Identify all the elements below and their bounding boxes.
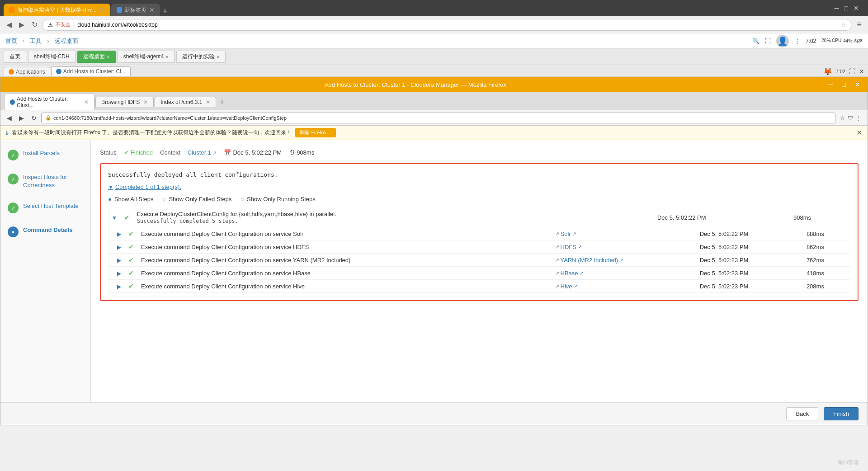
applications-favicon [9,69,14,75]
win-minimize[interactable]: ─ [826,80,836,89]
firefox-tab-index[interactable]: Index of /cm6.3.1 ✕ [155,97,216,107]
firefox-title-bar: Add Hosts to Cluster: Cluster 1 - Cloude… [0,77,868,92]
maximize-icon[interactable]: □ [844,5,848,12]
firefox-new-tab[interactable]: + [217,97,226,107]
sub-step-date-3: Dec 5, 5:02:23 PM [696,267,803,280]
sub-step-link-3[interactable]: ↗ HBase ↗ [555,270,693,277]
outer-tab-cdh[interactable]: shell终端-CDH [28,51,75,63]
outer-tab-cdh-label: shell终端-CDH [34,53,70,61]
outer-tab-remote[interactable]: 远程桌面 × [77,51,116,63]
not-secure-label: 不安全 [56,21,71,28]
filter-all[interactable]: ● Show All Steps [108,196,154,203]
outer-tab-home[interactable]: 首页 [4,51,26,63]
back-button[interactable]: Back [786,407,818,420]
browser-tab-2[interactable]: 新标签页 ✕ [111,4,160,16]
filter-failed[interactable]: ○ Show Only Failed Steps [163,196,232,203]
firefox-bookmark-icon[interactable]: ☆ [840,115,845,121]
wizard-step-install-parcels[interactable]: ✓ Install Parcels [8,149,83,160]
firefox-tab-add-hosts[interactable]: Add Hosts to Cluster: Clust... ✕ [4,94,94,110]
outer-tab-running[interactable]: 运行中的实验 × [176,51,226,63]
outer-tab-agent4[interactable]: shell终端-agent4 × [118,51,175,63]
nav-home[interactable]: 首页 [5,37,17,45]
app-tab-applications[interactable]: Applications [4,67,50,76]
ext-link-icon-2: ↗ [555,257,559,263]
nav-sep2: › [47,38,49,44]
sub-step-link-0[interactable]: ↗ Solr ↗ [555,231,693,237]
completed-link[interactable]: ▼ Completed 1 of 1 step(s). [108,184,850,190]
resize-icon[interactable]: ⛶ [849,68,855,75]
context-link[interactable]: Cluster 1 ↗ [188,149,217,156]
nav-tools[interactable]: 工具 [30,37,42,45]
firefox-more-icon[interactable]: ⋮ [856,115,861,121]
sub-step-expand-0[interactable]: ▶ [117,231,121,237]
browser-nav-bar: ◀ ▶ ↻ ⚠ 不安全 | ☆ ≡ [0,16,868,33]
firefox-reload[interactable]: ↻ [28,113,39,123]
running-tab-close[interactable]: × [217,54,220,60]
close-window-icon[interactable]: ✕ [859,68,864,75]
firefox-icon[interactable]: 🦊 [823,67,832,76]
step3-icon: ✓ [8,203,19,213]
forward-button[interactable]: ▶ [16,19,27,31]
date-value: Dec 5, 5:02:22 PM [233,149,282,156]
search-icon[interactable]: 🔍 [752,38,760,44]
firefox-back[interactable]: ◀ [4,113,14,123]
finish-button[interactable]: Finish [824,407,859,420]
expand-icon[interactable]: ⛶ [765,38,771,44]
url-input[interactable] [77,22,839,28]
ext-link-icon2-2: ↗ [619,257,623,263]
sub-step-expand-1[interactable]: ▶ [117,244,121,250]
firefox-shield-icon[interactable]: 🛡 [848,115,853,121]
app-tab-add-hosts[interactable]: Add Hosts to Cluster: Cl... [51,66,131,76]
bookmark-icon[interactable]: ☆ [841,22,846,28]
main-step-duration: 908ms [790,208,850,227]
firefox-tab2-close[interactable]: ✕ [143,99,148,105]
wizard-step-host-template[interactable]: ✓ Select Host Template [8,202,83,213]
wizard-step-inspect-hosts[interactable]: ✓ Inspect Hosts for Correctness [8,173,83,189]
completed-row: ▼ Completed 1 of 1 step(s). [108,184,850,190]
firefox-tab2-label: Browsing HDFS [101,99,140,105]
reload-button[interactable]: ↻ [29,19,40,31]
sub-step-link-2[interactable]: ↗ YARN (MR2 Included) ↗ [555,257,693,264]
firefox-tab-hdfs[interactable]: Browsing HDFS ✕ [95,97,154,107]
sub-step-row-4: ▶ ✔ Execute command Deploy Client Config… [108,280,850,293]
remote-tab-close[interactable]: × [107,54,110,60]
main-step-expand[interactable]: ▼ [112,215,117,221]
wizard-step-command-details[interactable]: ● Command Details [8,226,83,237]
sub-step-date-1: Dec 5, 5:02:22 PM [696,240,803,254]
minimize-icon[interactable]: ─ [835,5,839,12]
notification-close[interactable]: ✕ [856,128,862,137]
browser-tab-1[interactable]: 海沛部落实验室 | 大数据学习云... ✕ [4,4,110,16]
win-maximize[interactable]: □ [840,80,849,89]
sub-step-expand-2[interactable]: ▶ [117,257,121,264]
back-button[interactable]: ◀ [4,19,14,31]
more-menu-icon[interactable]: ⋮ [794,38,800,44]
sub-step-duration-2: 762ms [803,254,850,267]
tab1-close[interactable]: ✕ [99,6,105,14]
https-icon: 🔒 [45,115,52,121]
sub-step-expand-4[interactable]: ▶ [117,283,121,290]
status-finished-text: Finished [131,149,153,156]
filter-all-label: Show All Steps [114,196,154,203]
sub-step-link-4[interactable]: ↗ Hive ↗ [555,283,693,290]
browser-window-controls: ─ □ ✕ [829,5,864,12]
filter-running[interactable]: ○ Show Only Running Steps [241,196,316,203]
app-tab-applications-label: Applications [16,69,45,75]
address-bar[interactable]: ⚠ 不安全 | ☆ [42,19,852,31]
sub-step-duration-4: 208ms [803,280,850,293]
steps-table: ▼ ✔ Execute DeployClusterClientConfig fo… [108,208,850,227]
main-step-name-text: Execute DeployClusterClientConfig for {s… [137,211,336,217]
tab2-close[interactable]: ✕ [149,6,155,14]
sub-step-expand-3[interactable]: ▶ [117,270,121,277]
firefox-forward[interactable]: ▶ [16,113,27,123]
agent4-tab-close[interactable]: × [165,54,169,60]
firefox-tab3-close[interactable]: ✕ [206,99,210,105]
close-icon[interactable]: ✕ [854,5,859,12]
menu-button[interactable]: ≡ [854,18,864,31]
refresh-firefox-button[interactable]: 刷新 Firefox--- [295,128,336,137]
firefox-tab1-close[interactable]: ✕ [84,99,89,105]
win-close[interactable]: ✕ [852,80,863,89]
sub-step-link-1[interactable]: ↗ HDFS ↗ [555,244,693,250]
firefox-address-bar[interactable]: 🔒 cdh1-34680:7180/cmf/add-hosts-wizard/w… [41,113,835,123]
new-tab-button[interactable]: + [163,7,168,16]
nav-remote[interactable]: 远程桌面 [55,37,78,45]
